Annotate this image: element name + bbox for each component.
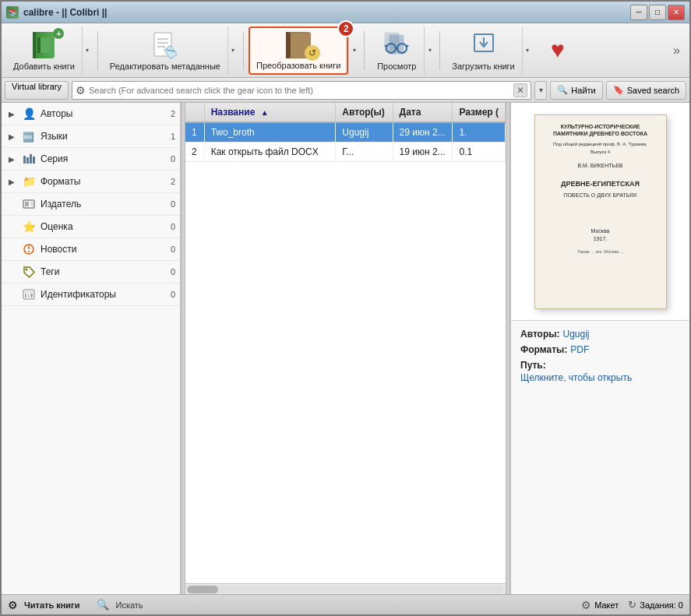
- search-input[interactable]: [89, 86, 510, 95]
- edit-metadata-dropdown-arrow[interactable]: ▾: [227, 26, 238, 75]
- meta-path-row: Путь: Щелкните, чтобы открыть: [520, 360, 680, 383]
- maximize-button[interactable]: □: [649, 5, 666, 20]
- svg-rect-22: [26, 157, 29, 164]
- col-header-date[interactable]: Дата: [393, 103, 453, 122]
- cover-sub-title: ПОВЕСТЬ О ДВУХ БРАТЬЯХ: [545, 192, 657, 199]
- add-books-dropdown-arrow[interactable]: ▾: [82, 26, 93, 75]
- separator-3: [364, 31, 365, 70]
- publisher-icon: [22, 197, 36, 211]
- window-title: calibre - || Colibri ||: [23, 7, 107, 18]
- cell-num-1: 1: [185, 122, 204, 143]
- heart-icon: ♥: [541, 35, 574, 65]
- read-books-label[interactable]: Читать книги: [24, 600, 79, 610]
- cell-title-1: Two_broth: [204, 122, 336, 143]
- convert-books-icon: ↺: [282, 31, 315, 59]
- separator-4: [439, 31, 440, 70]
- cover-main-title: ДРЕВНЕ-ЕГИПЕТСКАЯ: [545, 179, 657, 189]
- col-header-num[interactable]: [185, 103, 204, 122]
- search-dropdown-button[interactable]: ▾: [534, 81, 547, 100]
- view-group: Просмотр ▾: [369, 26, 435, 75]
- svg-rect-35: [25, 294, 26, 297]
- table-row[interactable]: 1 Two_broth Ugugij 29 июн 2... 1.: [185, 122, 506, 143]
- saved-search-button[interactable]: 🔖 Saved search: [606, 81, 686, 100]
- formats-meta-value[interactable]: PDF: [570, 344, 589, 355]
- close-button[interactable]: ✕: [668, 5, 685, 20]
- search-bar: Virtual library ⚙ ✕ ▾ 🔍 Найти 🔖 Saved se…: [2, 78, 689, 103]
- rating-icon: ⭐: [22, 220, 36, 234]
- sidebar-item-series[interactable]: ▶ Серия 0: [2, 148, 180, 171]
- sidebar-item-publisher[interactable]: Издатель 0: [2, 193, 180, 216]
- layout-item[interactable]: ⚙ Макет: [581, 599, 619, 611]
- sort-arrow-icon: ▲: [261, 108, 269, 117]
- find-button[interactable]: 🔍 Найти: [550, 81, 602, 100]
- col-header-authors[interactable]: Автор(ы): [336, 103, 393, 122]
- layout-label: Макет: [594, 600, 619, 610]
- convert-arrows-icon: ↺: [305, 45, 320, 61]
- view-dropdown-arrow[interactable]: ▾: [424, 26, 435, 75]
- add-books-button[interactable]: + Добавить книги: [6, 26, 82, 75]
- sidebar-rating-count: 0: [160, 222, 175, 231]
- svg-rect-0: [41, 37, 50, 53]
- sidebar-item-news[interactable]: Новости 0: [2, 238, 180, 261]
- cover-small-text: Тираж ... экз. Москва ...: [545, 249, 657, 255]
- view-button[interactable]: Просмотр: [369, 26, 424, 75]
- sidebar-item-formats[interactable]: ▶ 📁 Форматы 2: [2, 171, 180, 193]
- svg-line-16: [407, 45, 408, 47]
- search-gear-icon[interactable]: ⚙: [76, 84, 86, 97]
- col-header-size[interactable]: Размер (: [453, 103, 506, 122]
- sidebar-item-tags[interactable]: Теги 0: [2, 261, 180, 283]
- sidebar-publisher-count: 0: [160, 199, 175, 209]
- cell-date-1: 29 июн 2...: [393, 122, 453, 143]
- badge-2: 2: [337, 20, 354, 37]
- search-clear-button[interactable]: ✕: [513, 83, 527, 97]
- convert-books-group: ↺ Преобразовать книги ▾ 2: [249, 26, 359, 75]
- sidebar-item-identifiers[interactable]: Идентификаторы 0: [2, 283, 180, 306]
- bookmark-icon: 🔖: [613, 85, 624, 95]
- tasks-item[interactable]: ↻ Задания: 0: [628, 599, 683, 611]
- edit-metadata-button[interactable]: Редактировать метаданные: [103, 26, 227, 75]
- edit-metadata-icon: [149, 30, 182, 60]
- cover-issue: Выпуск 4: [545, 149, 657, 155]
- download-books-button[interactable]: Загрузить книги: [445, 26, 521, 75]
- content-pane: Название ▲ Автор(ы) Дата Размер ( 1 Two_…: [185, 103, 506, 594]
- path-meta-value[interactable]: Щелкните, чтобы открыть: [520, 372, 680, 383]
- add-books-icon: +: [27, 30, 60, 60]
- edit-metadata-group: Редактировать метаданные ▾: [103, 26, 238, 75]
- virtual-library-button[interactable]: Virtual library: [5, 81, 69, 100]
- sidebar-item-rating[interactable]: ⭐ Оценка 0: [2, 216, 180, 238]
- languages-icon: 🔤: [22, 129, 36, 143]
- view-icon: [380, 30, 413, 60]
- minimize-button[interactable]: ─: [630, 5, 647, 20]
- cell-author-1: Ugugij: [336, 122, 393, 143]
- search-books-label[interactable]: Искать: [115, 600, 143, 610]
- sidebar-series-label: Серия: [41, 153, 155, 164]
- sidebar-item-languages[interactable]: ▶ 🔤 Языки 1: [2, 125, 180, 148]
- cover-year: 1917.: [545, 235, 657, 243]
- sidebar-tags-label: Теги: [41, 266, 155, 277]
- download-dropdown-arrow[interactable]: ▾: [522, 26, 533, 75]
- table-row[interactable]: 2 Как открыть файл DOCX Г... 19 июн 2...…: [185, 143, 506, 162]
- authors-meta-value[interactable]: Ugugij: [563, 329, 590, 340]
- horizontal-scrollbar[interactable]: [185, 583, 506, 594]
- toolbar-overflow-button[interactable]: »: [668, 44, 685, 58]
- sidebar-news-count: 0: [160, 245, 175, 254]
- edit-metadata-label: Редактировать метаданные: [110, 62, 220, 71]
- favorites-button[interactable]: ♥: [534, 26, 581, 75]
- sidebar-rating-label: Оценка: [41, 221, 155, 232]
- convert-books-button[interactable]: ↺ Преобразовать книги: [249, 26, 348, 75]
- app-icon: 📚: [6, 6, 19, 19]
- scrollbar-thumb[interactable]: [187, 586, 218, 593]
- meta-authors-row: Авторы: Ugugij: [520, 329, 680, 340]
- tags-icon: [22, 265, 36, 279]
- formats-meta-label: Форматы:: [520, 344, 567, 355]
- sidebar-identifiers-label: Идентификаторы: [41, 289, 155, 300]
- main-area: ▶ 👤 Авторы 2 ▶ 🔤 Языки 1 ▶: [2, 103, 689, 594]
- sidebar-item-authors[interactable]: ▶ 👤 Авторы 2: [2, 103, 180, 125]
- col-header-title[interactable]: Название ▲: [204, 103, 336, 122]
- separator-1: [97, 31, 98, 70]
- find-icon: 🔍: [557, 85, 568, 95]
- book-table-container[interactable]: Название ▲ Автор(ы) Дата Размер ( 1 Two_…: [185, 103, 506, 583]
- formats-icon: 📁: [22, 174, 36, 188]
- svg-rect-23: [30, 154, 32, 164]
- settings-icon: ⚙: [8, 599, 18, 611]
